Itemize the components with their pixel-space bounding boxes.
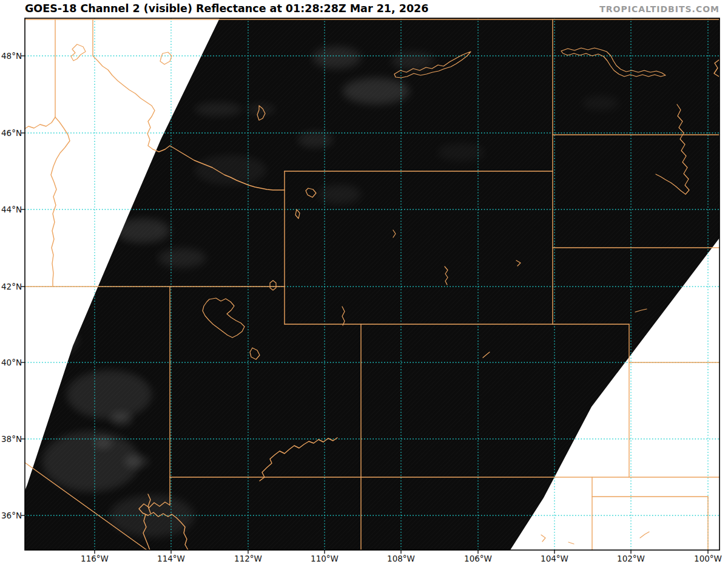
satellite-image-page: GOES-18 Channel 2 (visible) Reflectance … xyxy=(0,0,728,564)
wa-or-columbia-border xyxy=(25,117,55,129)
texture-layer xyxy=(25,18,720,550)
id-or-snake-border xyxy=(51,117,70,287)
tx-panhandle-lake-1 xyxy=(541,535,545,542)
flathead-lake xyxy=(160,52,172,64)
tx-panhandle-lake-2 xyxy=(568,542,574,544)
satellite-map xyxy=(0,0,728,564)
tx-panhandle-lake-3 xyxy=(640,532,649,538)
lake-pend-oreille xyxy=(71,44,86,61)
scan-texture xyxy=(25,18,720,550)
